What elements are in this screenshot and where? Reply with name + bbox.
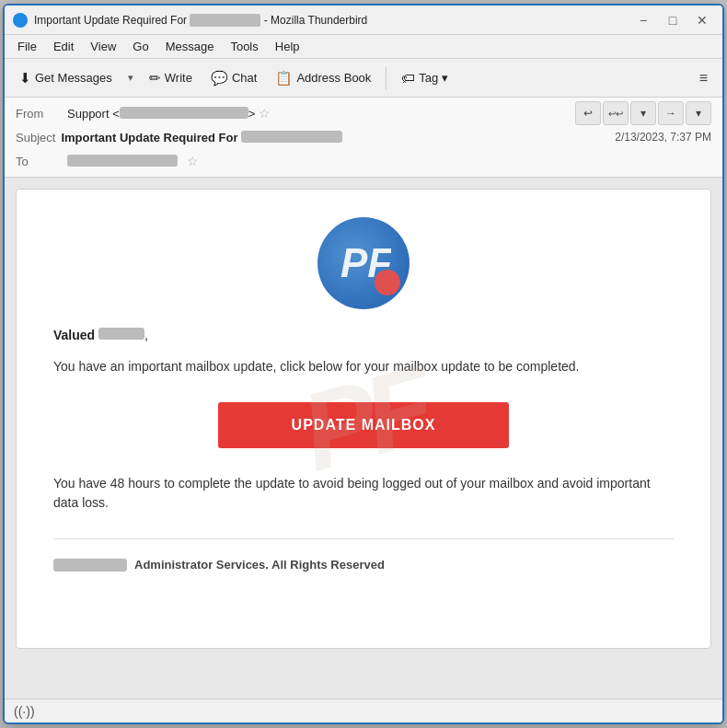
- email-body-paragraph: You have an important mailbox update, cl…: [53, 357, 674, 376]
- chat-button[interactable]: 💬 Chat: [203, 66, 264, 90]
- subject-row: Subject Important Update Required For 2/…: [16, 125, 711, 149]
- get-messages-arrow[interactable]: ▾: [123, 68, 138, 87]
- thunderbird-window: Important Update Required For ██ - Mozil…: [3, 4, 724, 724]
- from-row: From Support < > ☆ ↩ ↩↩ ▾ → ▾: [16, 101, 711, 125]
- minimize-button[interactable]: −: [630, 10, 656, 30]
- window-controls: − □ ✕: [630, 10, 715, 30]
- warning-paragraph: You have 48 hours to complete the update…: [53, 474, 674, 513]
- close-button[interactable]: ✕: [689, 10, 715, 30]
- menu-go[interactable]: Go: [125, 38, 156, 55]
- subject-value: Important Update Required For: [61, 131, 609, 144]
- reply-button[interactable]: ↩: [575, 101, 601, 125]
- svg-point-2: [18, 18, 22, 22]
- window-title: Important Update Required For ██ - Mozil…: [34, 14, 630, 27]
- email-content-area: PF PF Valued , You have an important mai…: [5, 178, 722, 699]
- menu-bar: File Edit View Go Message Tools Help: [5, 35, 722, 59]
- subject-label: Subject: [16, 131, 55, 144]
- footer-logo-blurred: [53, 559, 127, 572]
- to-value: ☆: [67, 154, 711, 168]
- company-logo: PF: [317, 217, 410, 309]
- menu-view[interactable]: View: [83, 38, 123, 55]
- logo-area: PF: [53, 217, 674, 309]
- status-bar: ((·)): [5, 699, 722, 722]
- maximize-button[interactable]: □: [660, 10, 686, 30]
- to-label: To: [16, 155, 62, 168]
- chat-icon: 💬: [211, 70, 228, 87]
- toolbar: ⬇ Get Messages ▾ ✏ Write 💬 Chat 📋 Addres…: [5, 59, 722, 98]
- write-icon: ✏: [149, 70, 161, 87]
- to-row: To ☆: [16, 149, 711, 173]
- from-email-blurred: [120, 107, 248, 119]
- app-icon: [12, 12, 29, 29]
- reply-all-button[interactable]: ↩↩: [603, 101, 629, 125]
- nav-more-button[interactable]: ▾: [686, 101, 711, 125]
- footer: Administrator Services. All Rights Reser…: [53, 558, 674, 572]
- footer-divider: [53, 538, 674, 539]
- menu-edit[interactable]: Edit: [46, 38, 81, 55]
- menu-tools[interactable]: Tools: [223, 38, 265, 55]
- write-button[interactable]: ✏ Write: [142, 66, 200, 90]
- address-book-button[interactable]: 📋 Address Book: [268, 66, 378, 90]
- email-header: From Support < > ☆ ↩ ↩↩ ▾ → ▾ Subject Im…: [5, 98, 722, 178]
- tag-button[interactable]: 🏷 Tag ▾: [394, 66, 456, 89]
- from-star-icon[interactable]: ☆: [259, 106, 271, 121]
- address-book-icon: 📋: [275, 70, 293, 87]
- get-messages-button[interactable]: ⬇ Get Messages: [12, 66, 120, 90]
- email-greeting: Valued ,: [53, 328, 674, 342]
- update-mailbox-button[interactable]: UPDATE MAILBOX: [218, 402, 510, 448]
- subject-blurred: [241, 131, 342, 143]
- recipient-name-blurred: [98, 328, 144, 340]
- to-star-icon[interactable]: ☆: [187, 154, 199, 168]
- email-date: 2/13/2023, 7:37 PM: [615, 131, 711, 144]
- svg-text:PF: PF: [340, 240, 391, 285]
- menu-help[interactable]: Help: [268, 38, 307, 55]
- nav-down-button[interactable]: ▾: [630, 101, 656, 125]
- menu-file[interactable]: File: [10, 38, 44, 55]
- from-value: Support < > ☆: [67, 106, 570, 121]
- toolbar-divider: [386, 67, 387, 89]
- forward-button[interactable]: →: [658, 101, 684, 125]
- from-label: From: [16, 107, 62, 121]
- hamburger-button[interactable]: ≡: [692, 66, 715, 90]
- connection-icon: ((·)): [14, 704, 35, 719]
- email-nav-buttons: ↩ ↩↩ ▾ → ▾: [575, 101, 711, 125]
- tag-icon: 🏷: [401, 70, 415, 86]
- footer-text: Administrator Services. All Rights Reser…: [134, 558, 385, 572]
- email-body: PF PF Valued , You have an important mai…: [16, 189, 711, 649]
- menu-message[interactable]: Message: [158, 38, 222, 55]
- tag-arrow-icon: ▾: [442, 71, 448, 85]
- to-blurred: [67, 155, 178, 167]
- update-button-container: UPDATE MAILBOX: [53, 402, 674, 448]
- get-messages-icon: ⬇: [19, 70, 31, 87]
- title-bar: Important Update Required For ██ - Mozil…: [5, 6, 722, 35]
